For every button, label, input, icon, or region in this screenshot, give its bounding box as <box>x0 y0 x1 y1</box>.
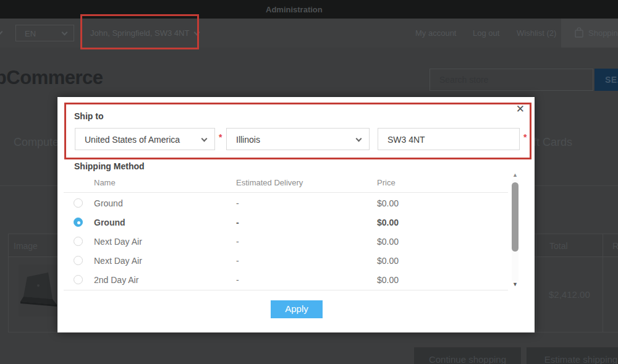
method-price: $0.00 <box>377 256 399 266</box>
administration-link[interactable]: Administration <box>266 5 323 14</box>
cart-col-remove: Remove <box>612 241 618 251</box>
radio-button[interactable] <box>74 218 83 227</box>
table-border <box>603 234 603 332</box>
continue-shopping-button[interactable]: Continue shopping <box>414 347 521 364</box>
shipping-method-row[interactable]: Ground - $0.00 <box>64 194 508 213</box>
scrollbar[interactable]: ▲ ▼ <box>510 172 520 289</box>
country-select-value: United States of America <box>85 135 180 145</box>
table-border <box>8 234 9 332</box>
shopping-bag-icon <box>574 27 584 38</box>
search-placeholder: Search store <box>439 75 488 85</box>
radio-button[interactable] <box>74 256 83 265</box>
country-select[interactable]: United States of America <box>75 128 215 150</box>
method-delivery: - <box>236 275 239 285</box>
estimate-shipping-button[interactable]: Estimate shipping <box>527 347 618 364</box>
method-delivery: - <box>236 237 239 247</box>
search-button[interactable]: SEARCH <box>595 69 618 91</box>
radio-button[interactable] <box>74 275 83 284</box>
table-divider <box>64 192 508 193</box>
cart-row-total: $2,412.00 <box>549 289 590 300</box>
state-select[interactable]: Illinois <box>226 128 370 150</box>
method-name: Next Day Air <box>94 256 142 266</box>
search-input[interactable]: Search store <box>430 69 593 91</box>
apply-button[interactable]: Apply <box>271 300 323 318</box>
method-delivery: - <box>236 218 239 227</box>
chevron-down-icon <box>194 30 200 36</box>
cart-col-image: Image <box>14 241 38 251</box>
chevron-down-icon <box>201 136 208 142</box>
shipping-method-label: Shipping Method <box>74 161 145 171</box>
required-asterisk: * <box>523 132 527 142</box>
chevron-down-icon <box>356 136 362 142</box>
my-account-link[interactable]: My account <box>415 28 456 38</box>
table-border <box>536 234 536 332</box>
customer-address-value: John, Springfield, SW3 4NT <box>90 28 189 38</box>
method-delivery: - <box>236 256 239 266</box>
state-select-value: Illinois <box>236 135 260 145</box>
shipping-method-row[interactable]: Ground - $0.00 <box>64 213 508 232</box>
scroll-down-icon[interactable]: ▼ <box>510 281 520 289</box>
shipping-method-row[interactable]: Next Day Air - $0.00 <box>64 252 508 271</box>
estimate-shipping-modal: ✕ Ship to United States of America * Ill… <box>57 97 535 332</box>
radio-button[interactable] <box>74 237 83 246</box>
method-name: Ground <box>94 198 123 208</box>
required-asterisk: * <box>219 132 222 142</box>
table-divider <box>64 290 508 290</box>
product-image-laptop[interactable] <box>19 265 58 316</box>
language-select-value: EN <box>25 29 36 38</box>
close-icon[interactable]: ✕ <box>516 104 525 114</box>
scrollbar-thumb[interactable] <box>512 182 519 252</box>
ship-to-label: Ship to <box>74 111 103 121</box>
chevron-down-icon <box>62 30 68 36</box>
store-logo[interactable]: nopCommerce <box>0 67 103 89</box>
scroll-up-icon[interactable]: ▲ <box>510 172 520 180</box>
method-price: $0.00 <box>377 237 399 247</box>
col-header-price: Price <box>377 178 396 187</box>
method-price: $0.00 <box>377 198 399 208</box>
zip-input-value: SW3 4NT <box>387 135 425 145</box>
method-price: $0.00 <box>377 218 399 227</box>
admin-top-bar: Administration <box>0 0 618 19</box>
language-select[interactable]: EN <box>15 25 74 41</box>
radio-button[interactable] <box>74 198 83 208</box>
method-name: Next Day Air <box>94 237 142 247</box>
method-price: $0.00 <box>377 275 399 285</box>
method-name: Ground <box>94 218 125 227</box>
col-header-delivery: Estimated Delivery <box>236 178 303 187</box>
method-delivery: - <box>236 198 239 208</box>
col-header-name: Name <box>94 178 116 187</box>
shipping-method-row[interactable]: Next Day Air - $0.00 <box>64 232 508 252</box>
log-out-link[interactable]: Log out <box>473 28 499 38</box>
customer-address-dropdown[interactable]: John, Springfield, SW3 4NT <box>90 28 199 38</box>
method-name: 2nd Day Air <box>94 275 138 285</box>
shopping-cart-link[interactable]: Shopping cart <box>561 19 618 48</box>
shipping-method-list: Ground - $0.00 Ground - $0.00 Next Day A… <box>64 194 508 290</box>
shipping-method-row[interactable]: 2nd Day Air - $0.00 <box>64 271 508 290</box>
cart-col-total: Total <box>549 241 568 251</box>
shopping-cart-label: Shopping cart <box>588 28 618 38</box>
wishlist-link[interactable]: Wishlist (2) <box>517 28 556 38</box>
zip-input[interactable]: SW3 4NT <box>378 128 520 150</box>
